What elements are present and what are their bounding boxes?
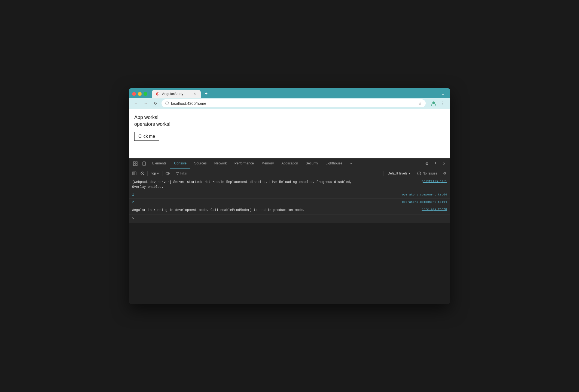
filter-icon: ▽ — [176, 171, 179, 175]
filter-input-area: ▽ — [176, 171, 380, 175]
svg-rect-3 — [133, 164, 135, 166]
tab-lighthouse[interactable]: Lighthouse — [322, 159, 346, 169]
app-works-text: App works! — [134, 115, 445, 120]
angular-icon — [156, 92, 160, 96]
toolbar-divider-1 — [147, 171, 148, 176]
devtools-action-buttons: ⚙ ⋮ ✕ — [423, 160, 448, 167]
reload-button[interactable]: ↻ — [152, 100, 159, 107]
toolbar-divider-4 — [383, 171, 383, 176]
tab-close-button[interactable]: ✕ — [193, 92, 197, 96]
title-bar: AngularStudy ✕ + ⌄ ← → ↻ ⓘ localhost:420… — [129, 88, 450, 109]
svg-point-12 — [167, 173, 168, 174]
devtools-settings-button[interactable]: ⚙ — [423, 160, 431, 167]
console-line-webpack: [webpack-dev-server] Server started: Hot… — [129, 178, 450, 191]
tab-menu-button[interactable]: ⌄ — [439, 90, 447, 98]
devtools-dots-button[interactable]: ⋮ — [432, 160, 439, 167]
log-levels-selector[interactable]: Default levels ▾ — [385, 171, 413, 176]
tab-network[interactable]: Network — [211, 159, 231, 169]
console-line-angular: Angular is running in development mode. … — [129, 206, 450, 215]
forward-button[interactable]: → — [142, 100, 150, 107]
security-icon: ⓘ — [165, 101, 169, 106]
console-sidebar-button[interactable] — [131, 170, 138, 177]
browser-window: AngularStudy ✕ + ⌄ ← → ↻ ⓘ localhost:420… — [129, 88, 450, 304]
back-button[interactable]: ← — [132, 100, 140, 107]
console-line-2: 2 operators.component.ts:64 — [129, 199, 450, 206]
console-num-1: 1 — [132, 193, 138, 197]
svg-rect-8 — [134, 172, 136, 175]
devtools-panel: Elements Console Sources Network Perform… — [129, 158, 450, 304]
browser-menu-buttons: ⋮ — [429, 99, 447, 108]
traffic-lights — [132, 92, 147, 96]
address-bar: ← → ↻ ⓘ localhost:4200/home ☆ ⋮ — [129, 98, 450, 109]
page-content: App works! operators works! Click me — [129, 109, 450, 158]
console-source-1[interactable]: operators.component.ts:64 — [402, 193, 447, 196]
tab-row: AngularStudy ✕ + ⌄ — [129, 88, 450, 98]
tab-application[interactable]: Application — [278, 159, 302, 169]
tab-security[interactable]: Security — [302, 159, 322, 169]
svg-rect-4 — [136, 164, 137, 166]
console-toolbar: top ▾ ▽ Default levels ▾ — [129, 169, 450, 178]
level-arrow: ▾ — [409, 171, 410, 175]
minimize-window-button[interactable] — [138, 92, 142, 96]
tab-more[interactable]: » — [346, 159, 356, 169]
console-source-webpack[interactable]: polyfills.js:1 — [422, 180, 447, 183]
tab-title: AngularStudy — [162, 92, 190, 96]
no-issues-badge: No Issues — [415, 171, 440, 176]
maximize-window-button[interactable] — [144, 92, 147, 96]
tab-memory[interactable]: Memory — [258, 159, 278, 169]
svg-rect-7 — [132, 172, 134, 175]
toolbar-divider-3 — [173, 171, 173, 176]
more-menu-button[interactable]: ⋮ — [439, 99, 447, 108]
filter-input[interactable] — [180, 171, 380, 175]
url-text: localhost:4200/home — [171, 101, 416, 106]
prompt-arrow: > — [132, 217, 134, 220]
operators-works-text: operators works! — [134, 121, 445, 127]
console-settings-button[interactable]: ⚙ — [441, 170, 448, 177]
console-line-1: 1 operators.component.ts:64 — [129, 191, 450, 199]
console-text-angular: Angular is running in development mode. … — [132, 208, 419, 213]
devtools-device-button[interactable] — [140, 158, 148, 169]
bookmark-button[interactable]: ☆ — [418, 101, 422, 106]
devtools-inspect-button[interactable] — [131, 158, 140, 169]
console-output: [webpack-dev-server] Server started: Hot… — [129, 178, 450, 223]
console-prompt: > — [129, 215, 450, 223]
browser-tab[interactable]: AngularStudy ✕ — [152, 90, 201, 98]
console-text-webpack: [webpack-dev-server] Server started: Hot… — [132, 180, 419, 189]
console-clear-button[interactable] — [139, 170, 146, 177]
no-issues-text: No Issues — [423, 171, 437, 175]
devtools-close-button[interactable]: ✕ — [440, 160, 448, 167]
svg-line-10 — [141, 172, 144, 174]
svg-rect-2 — [136, 162, 137, 163]
context-arrow: ▾ — [157, 171, 159, 175]
close-window-button[interactable] — [132, 92, 136, 96]
context-selector[interactable]: top ▾ — [149, 171, 161, 176]
tab-sources[interactable]: Sources — [190, 159, 211, 169]
tab-elements[interactable]: Elements — [148, 159, 170, 169]
console-num-2: 2 — [132, 200, 138, 204]
click-me-button[interactable]: Click me — [134, 132, 159, 141]
console-empty-area — [129, 223, 450, 304]
issues-icon — [417, 171, 421, 175]
console-source-angular[interactable]: core.mjs:25520 — [422, 208, 447, 211]
svg-point-15 — [419, 174, 419, 174]
toolbar-divider-2 — [163, 171, 163, 176]
console-source-2[interactable]: operators.component.ts:64 — [402, 200, 447, 204]
tab-performance[interactable]: Performance — [231, 159, 258, 169]
url-bar[interactable]: ⓘ localhost:4200/home ☆ — [161, 99, 426, 107]
context-label: top — [151, 171, 156, 175]
svg-rect-1 — [133, 162, 135, 163]
profile-button[interactable] — [429, 99, 438, 108]
new-tab-button[interactable]: + — [202, 90, 210, 98]
url-actions: ☆ — [418, 101, 422, 106]
level-label: Default levels — [388, 171, 407, 175]
console-eye-button[interactable] — [164, 170, 171, 177]
tab-console[interactable]: Console — [170, 159, 190, 169]
devtools-tabs-bar: Elements Console Sources Network Perform… — [129, 158, 450, 169]
